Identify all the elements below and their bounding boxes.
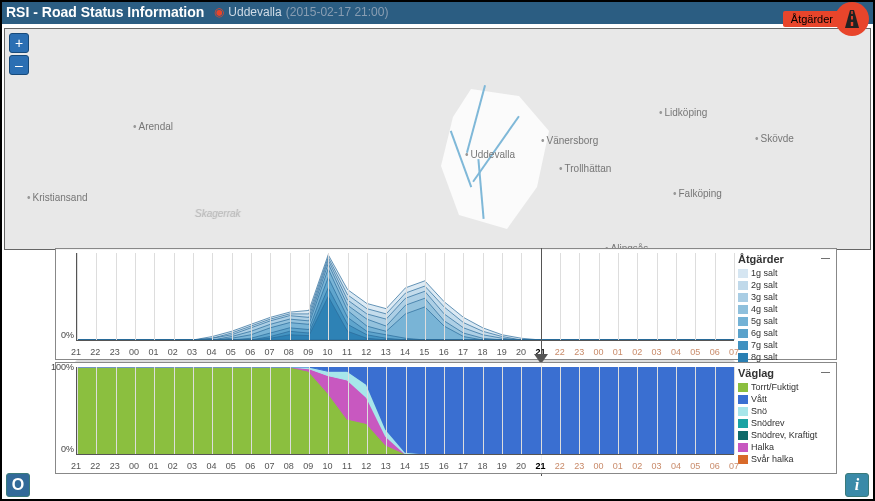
map-panel[interactable]: + – ArendalKristiansandSkagerrakUddevall… [4, 28, 871, 250]
y-tick: 100% [51, 362, 77, 372]
app-title: RSI - Road Status Information [6, 4, 204, 20]
legend-item[interactable]: Snödrev, Kraftigt [738, 429, 834, 441]
city-label: Uddevalla [465, 149, 515, 160]
city-label: Trollhättan [559, 163, 611, 174]
chart-atgarder: 0% — Åtgärder 1g salt2g salt3g salt4g sa… [55, 248, 837, 360]
collapse-icon[interactable]: — [821, 253, 830, 263]
city-label: Kristiansand [27, 192, 88, 203]
timestamp: (2015-02-17 21:00) [286, 5, 389, 19]
atgarder-badge-label: Åtgärder [783, 11, 841, 27]
zoom-in-button[interactable]: + [9, 33, 29, 53]
legend-item[interactable]: Snö [738, 405, 834, 417]
info-button[interactable]: i [845, 473, 869, 497]
zoom-controls: + – [9, 33, 29, 77]
zoom-out-button[interactable]: – [9, 55, 29, 75]
legend-item[interactable]: Svår halka [738, 453, 834, 465]
x-axis: 2122230001020304050607080910111213141516… [76, 343, 734, 357]
chart-vaglag-legend: — Väglag Torrt/FuktigtVåttSnöSnödrevSnöd… [734, 365, 834, 471]
location-name: Uddevalla [228, 5, 281, 19]
chart-atgarder-legend: — Åtgärder 1g salt2g salt3g salt4g salt5… [734, 251, 834, 357]
svg-rect-2 [851, 22, 853, 26]
y-tick: 0% [61, 330, 77, 340]
x-axis: 2122230001020304050607080910111213141516… [76, 457, 734, 471]
y-tick: 0% [61, 444, 77, 454]
chart-vaglag: 0% 100% — Väglag Torrt/FuktigtVåttSnöSnö… [55, 362, 837, 474]
settings-button[interactable]: O [6, 473, 30, 497]
collapse-icon[interactable]: — [821, 367, 830, 377]
legend-title: Väglag [738, 367, 834, 379]
legend-item[interactable]: Halka [738, 441, 834, 453]
legend-item[interactable]: 5g salt [738, 315, 834, 327]
city-label: Skövde [755, 133, 794, 144]
svg-rect-1 [851, 16, 853, 20]
road-icon [835, 2, 869, 36]
legend-item[interactable]: 1g salt [738, 267, 834, 279]
chart-vaglag-plot: 0% 100% [76, 367, 734, 455]
city-label: Lidköping [659, 107, 707, 118]
legend-item[interactable]: 3g salt [738, 291, 834, 303]
city-label: Skagerrak [195, 208, 241, 219]
city-label: Falköping [673, 188, 722, 199]
legend-item[interactable]: Vått [738, 393, 834, 405]
header-bar: RSI - Road Status Information ◉ Uddevall… [0, 0, 875, 24]
legend-item[interactable]: 2g salt [738, 279, 834, 291]
legend-item[interactable]: 7g salt [738, 339, 834, 351]
legend-item[interactable]: 4g salt [738, 303, 834, 315]
svg-rect-0 [851, 11, 852, 14]
chart-atgarder-plot: 0% [76, 253, 734, 341]
legend-item[interactable]: 6g salt [738, 327, 834, 339]
location-pin-icon: ◉ [214, 5, 224, 19]
legend-title: Åtgärder [738, 253, 834, 265]
legend-item[interactable]: Snödrev [738, 417, 834, 429]
city-label: Vänersborg [541, 135, 598, 146]
legend-item[interactable]: Torrt/Fuktigt [738, 381, 834, 393]
city-label: Arendal [133, 121, 173, 132]
